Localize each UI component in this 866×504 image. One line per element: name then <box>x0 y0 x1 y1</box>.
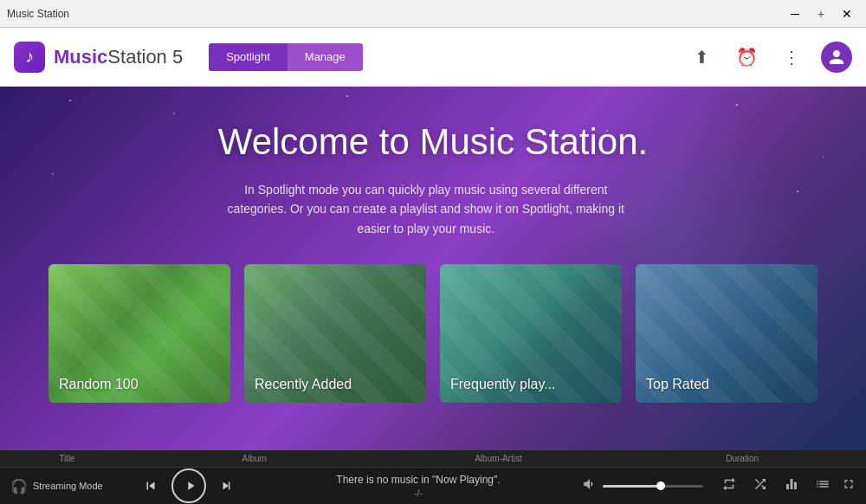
logo-area: ♪ MusicStation 5 Spotlight Manage <box>14 42 363 73</box>
volume-thumb <box>656 481 665 490</box>
card-recently-added[interactable]: Recently Added <box>244 264 426 403</box>
equalizer-button[interactable] <box>779 476 804 495</box>
titlebar-title: Music Station <box>7 8 69 20</box>
logo-suffix: Station 5 <box>107 46 183 68</box>
playlist-button[interactable] <box>811 476 835 495</box>
now-playing-time: -/- <box>255 488 582 498</box>
logo-prefix: Music <box>54 46 107 68</box>
more-icon[interactable]: ⋮ <box>776 42 807 73</box>
card-frequently-played[interactable]: Frequently play... <box>440 264 622 403</box>
col-album: Album <box>141 454 368 463</box>
minimize-button[interactable]: ─ <box>783 4 807 23</box>
now-playing: There is no music in "Now Playing". -/- <box>255 474 582 498</box>
welcome-title: Welcome to Music Station. <box>218 121 648 163</box>
alarm-icon[interactable]: ⏰ <box>731 42 762 73</box>
music-note-icon: ♪ <box>25 47 34 67</box>
card-toprated-label: Top Rated <box>646 377 709 392</box>
prev-button[interactable] <box>137 472 165 500</box>
card-random-100[interactable]: Random 100 <box>48 264 230 403</box>
logo-icon: ♪ <box>14 42 45 73</box>
title-bar: Music Station ─ + ✕ <box>0 0 866 28</box>
nav-tabs: Spotlight Manage <box>209 43 363 71</box>
close-button[interactable]: ✕ <box>835 4 859 23</box>
card-random-label: Random 100 <box>59 377 139 392</box>
upload-icon[interactable]: ⬆ <box>686 42 717 73</box>
shuffle-button[interactable] <box>748 476 772 495</box>
play-button[interactable] <box>171 468 206 503</box>
welcome-text: Welcome to Music Station. In Spotlight m… <box>218 121 648 238</box>
col-duration: Duration <box>629 454 856 463</box>
user-avatar[interactable] <box>821 42 852 73</box>
title-text: Music Station <box>7 8 69 20</box>
bottom-bar: Title Album Album-Artist Duration 🎧 Stre… <box>0 450 866 504</box>
repeat-button[interactable] <box>717 476 741 495</box>
next-button[interactable] <box>213 472 241 500</box>
tab-spotlight[interactable]: Spotlight <box>209 43 288 71</box>
volume-control <box>582 476 703 495</box>
welcome-subtitle: In Spotlight mode you can quickly play m… <box>218 180 634 238</box>
streaming-text: Streaming Mode <box>33 481 103 491</box>
column-headers: Title Album Album-Artist Duration <box>0 450 866 468</box>
card-frequent-label: Frequently play... <box>450 377 556 392</box>
transport-controls <box>137 468 241 503</box>
card-top-rated[interactable]: Top Rated <box>636 264 818 403</box>
now-playing-text: There is no music in "Now Playing". <box>255 474 582 486</box>
category-cards: Random 100 Recently Added Frequently pla… <box>31 264 835 403</box>
volume-icon[interactable] <box>582 476 598 495</box>
card-recent-label: Recently Added <box>255 377 352 392</box>
app-header: ♪ MusicStation 5 Spotlight Manage ⬆ ⏰ ⋮ <box>0 28 866 87</box>
col-artist: Album-Artist <box>385 454 612 463</box>
volume-slider[interactable] <box>603 485 703 488</box>
maximize-button[interactable]: + <box>809 4 833 23</box>
streaming-icon: 🎧 <box>10 478 28 494</box>
streaming-mode-label: 🎧 Streaming Mode <box>10 478 123 494</box>
titlebar-controls: ─ + ✕ <box>783 4 859 23</box>
col-title: Title <box>10 454 124 463</box>
main-content: Welcome to Music Station. In Spotlight m… <box>0 87 866 450</box>
player-controls: 🎧 Streaming Mode There is no music in "N… <box>0 468 866 504</box>
logo-text: MusicStation 5 <box>54 46 183 68</box>
tab-manage[interactable]: Manage <box>288 43 363 71</box>
expand-button[interactable] <box>842 477 856 494</box>
extra-controls <box>717 476 835 495</box>
header-right: ⬆ ⏰ ⋮ <box>686 42 852 73</box>
